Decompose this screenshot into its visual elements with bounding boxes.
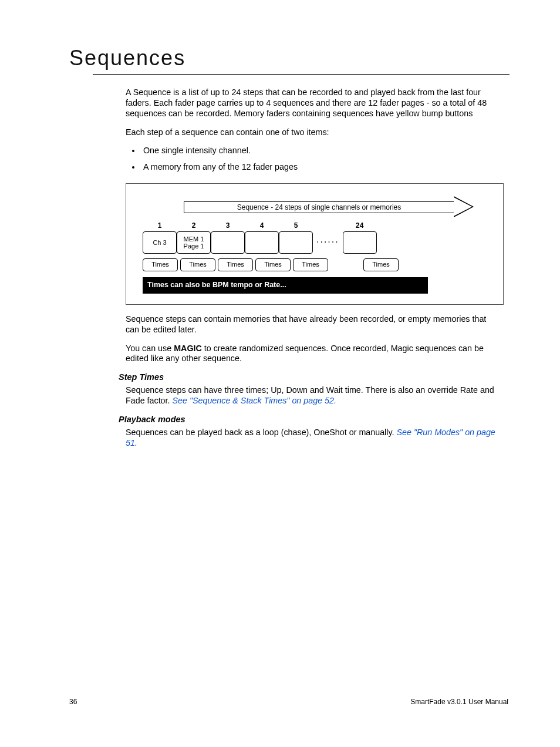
- text: You can use: [126, 344, 174, 353]
- text: Sequences can be played back as a loop (…: [126, 428, 397, 437]
- step-box: Ch 3: [143, 231, 177, 254]
- paragraph-magic: You can use MAGIC to create randomized s…: [126, 344, 501, 365]
- step-box: [343, 231, 377, 254]
- step-number: 5: [279, 221, 313, 230]
- step-col-24: 24: [343, 221, 377, 254]
- times-box: Times: [293, 258, 328, 271]
- step-col-2: 2 MEM 1 Page 1: [177, 221, 211, 254]
- step-box: [211, 231, 245, 254]
- page: Sequences A Sequence is a list of up to …: [0, 0, 560, 747]
- step-content: Ch 3: [153, 239, 166, 247]
- times-box: Times: [255, 258, 291, 271]
- page-number: 36: [69, 698, 77, 706]
- magic-keyword: MAGIC: [174, 344, 202, 353]
- xref-link[interactable]: See "Sequence & Stack Times" on page 52.: [172, 396, 336, 405]
- diagram-caption-bar: Times can also be BPM tempo or Rate...: [143, 277, 428, 294]
- page-footer: 36 SmartFade v3.0.1 User Manual: [69, 698, 508, 706]
- step-col-1: 1 Ch 3: [143, 221, 177, 254]
- arrow-band: Sequence - 24 steps of single channels o…: [184, 197, 454, 218]
- step-col-4: 4: [245, 221, 279, 254]
- subheading: Playback modes: [119, 415, 501, 424]
- list-item: A memory from any of the 12 fader pages: [141, 162, 501, 173]
- step-col-3: 3: [211, 221, 245, 254]
- body-column: A Sequence is a list of up to 24 steps t…: [126, 88, 501, 364]
- step-box: [279, 231, 313, 254]
- step-number: 24: [343, 221, 377, 230]
- step-content-line1: MEM 1: [184, 235, 204, 243]
- arrow-head-inner: [454, 197, 472, 216]
- times-box: Times: [363, 258, 399, 271]
- subsection-step-times: Step Times Sequence steps can have three…: [119, 372, 501, 406]
- items-list: One single intensity channel. A memory f…: [126, 146, 501, 173]
- step-number: 4: [245, 221, 279, 230]
- step-number: 1: [143, 221, 177, 230]
- subheading: Step Times: [119, 372, 501, 382]
- playback-modes-paragraph: Sequences can be played back as a loop (…: [126, 428, 501, 449]
- ellipsis-icon: ······: [316, 228, 339, 248]
- page-title: Sequences: [69, 46, 508, 70]
- doc-title: SmartFade v3.0.1 User Manual: [410, 698, 508, 706]
- arrow-label: Sequence - 24 steps of single channels o…: [184, 201, 454, 213]
- step-box: [245, 231, 279, 254]
- step-box: MEM 1 Page 1: [177, 231, 211, 254]
- paragraph-memories: Sequence steps can contain memories that…: [126, 314, 501, 335]
- step-number: 3: [211, 221, 245, 230]
- list-item: One single intensity channel.: [141, 146, 501, 156]
- intro-paragraph-1: A Sequence is a list of up to 24 steps t…: [126, 88, 501, 119]
- times-box: Times: [180, 258, 215, 271]
- step-col-5: 5: [279, 221, 313, 254]
- times-box: Times: [218, 258, 253, 271]
- sequence-diagram: Sequence - 24 steps of single channels o…: [126, 183, 504, 305]
- subsection-playback-modes: Playback modes Sequences can be played b…: [119, 415, 501, 449]
- title-rule: [93, 74, 510, 75]
- step-number: 2: [177, 221, 211, 230]
- step-content-line2: Page 1: [184, 243, 204, 250]
- step-times-paragraph: Sequence steps can have three times; Up,…: [126, 385, 501, 406]
- times-box: Times: [143, 258, 178, 271]
- intro-paragraph-2: Each step of a sequence can contain one …: [126, 127, 501, 138]
